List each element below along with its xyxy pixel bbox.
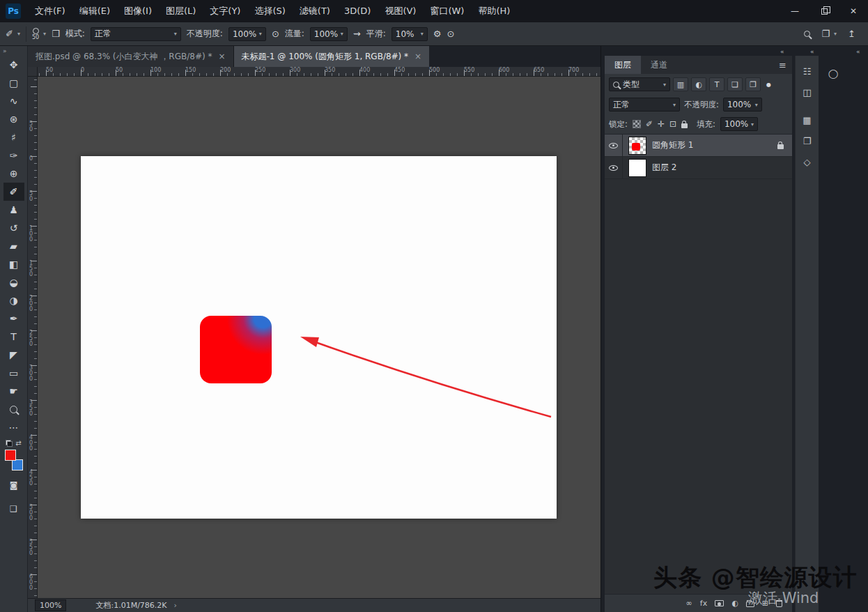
tab-layers[interactable]: 图层 xyxy=(605,56,641,74)
gradient-tool[interactable]: ◧ xyxy=(3,255,24,273)
pressure-size-button[interactable]: ⊙ xyxy=(447,29,454,38)
search-icon[interactable] xyxy=(804,31,810,37)
toolbar-collapse-chevron[interactable]: » xyxy=(0,46,10,56)
tab-channels[interactable]: 通道 xyxy=(641,56,677,74)
more-tools-button[interactable]: ⋯ xyxy=(3,418,24,436)
layer-opacity-select[interactable]: 100% ▾ xyxy=(723,98,762,112)
swap-colors-icon[interactable]: ⇄ xyxy=(15,439,21,447)
layer-row-layer2[interactable]: 图层 2 xyxy=(605,157,792,179)
lock-position-button[interactable]: ✛ xyxy=(658,119,665,129)
menu-select[interactable]: 选择(S) xyxy=(247,0,292,22)
lasso-tool[interactable]: ∿ xyxy=(3,92,24,110)
visibility-toggle[interactable] xyxy=(605,157,623,179)
lock-transparent-pixels-button[interactable] xyxy=(633,120,641,128)
eraser-tool[interactable]: ▰ xyxy=(3,237,24,255)
document-canvas[interactable] xyxy=(81,156,557,519)
filter-pixel-layers-button[interactable]: ▥ xyxy=(673,77,688,91)
menu-filter[interactable]: 滤镜(T) xyxy=(293,0,337,22)
properties-panel-icon[interactable]: ◫ xyxy=(799,84,816,100)
pen-tool[interactable]: ✒ xyxy=(3,309,24,328)
quick-mask-button[interactable]: ◙ xyxy=(3,476,24,494)
add-mask-button[interactable] xyxy=(715,600,724,606)
swatches-panel-icon[interactable]: ▦ xyxy=(799,112,816,128)
dock-collapse-chevron[interactable]: « xyxy=(780,48,784,55)
layer-thumbnail[interactable] xyxy=(628,159,646,177)
minimize-button[interactable]: — xyxy=(780,0,809,22)
screen-mode-button[interactable]: ❑ xyxy=(3,500,24,518)
close-tab-icon[interactable]: × xyxy=(414,52,421,61)
lock-all-button[interactable] xyxy=(681,123,688,128)
background-color-swatch[interactable] xyxy=(12,459,23,471)
zoom-level-field[interactable]: 100% xyxy=(35,599,66,611)
filter-type-select[interactable]: 类型 ▾ xyxy=(609,77,670,91)
menu-view[interactable]: 视图(V) xyxy=(378,0,423,22)
layer-name[interactable]: 圆角矩形 1 xyxy=(652,139,772,151)
layer-row-rounded-rect[interactable]: 圆角矩形 1 xyxy=(605,135,792,157)
eyedropper-tool[interactable]: ✑ xyxy=(3,146,24,165)
rectangular-marquee-tool[interactable]: ▢ xyxy=(3,74,24,92)
visibility-toggle[interactable] xyxy=(605,135,623,157)
fill-select[interactable]: 100% ▾ xyxy=(720,117,758,131)
mode-select[interactable]: 正常 ▾ xyxy=(91,27,181,41)
blend-mode-select[interactable]: 正常 ▾ xyxy=(609,98,680,112)
close-button[interactable]: ✕ xyxy=(839,0,868,22)
restore-button[interactable] xyxy=(809,0,839,22)
move-tool[interactable]: ✥ xyxy=(3,56,24,74)
airbrush-button[interactable]: ⇝ xyxy=(353,29,361,38)
quick-selection-tool[interactable]: ⊛ xyxy=(3,110,24,128)
menu-image[interactable]: 图像(I) xyxy=(117,0,159,22)
type-tool[interactable]: T xyxy=(3,328,24,346)
history-brush-tool[interactable]: ↺ xyxy=(3,219,24,237)
menu-help[interactable]: 帮助(H) xyxy=(471,0,517,22)
filter-shape-layers-button[interactable]: ❏ xyxy=(727,77,743,91)
lock-artboard-button[interactable]: ⊡ xyxy=(669,119,676,129)
layer-thumbnail[interactable] xyxy=(628,137,646,155)
panel-menu-icon[interactable]: ≡ xyxy=(779,60,786,70)
path-selection-tool[interactable]: ◤ xyxy=(3,346,24,364)
menu-layer[interactable]: 图层(L) xyxy=(159,0,203,22)
blur-tool[interactable]: ◒ xyxy=(3,273,24,291)
menu-window[interactable]: 窗口(W) xyxy=(423,0,471,22)
dodge-tool[interactable]: ◑ xyxy=(3,291,24,309)
clone-stamp-tool[interactable]: ♟ xyxy=(3,201,24,219)
zoom-tool[interactable] xyxy=(3,400,24,418)
brush-preset-picker[interactable]: 50 ▾ xyxy=(32,28,46,40)
foreground-color-swatch[interactable] xyxy=(5,450,16,461)
brush-tool[interactable]: ✐ xyxy=(3,183,24,201)
menu-file[interactable]: 文件(F) xyxy=(28,0,72,22)
menu-edit[interactable]: 编辑(E) xyxy=(72,0,117,22)
link-layers-button[interactable]: ∞ xyxy=(686,599,692,608)
toggle-brush-panel-button[interactable]: ❒ xyxy=(52,29,60,38)
opacity-select[interactable]: 100% ▾ xyxy=(228,27,266,41)
libraries-panel-icon[interactable]: ❐ xyxy=(799,132,816,149)
filter-smart-objects-button[interactable]: ❐ xyxy=(745,77,761,91)
adjustment-layer-button[interactable]: ◐ xyxy=(731,599,738,608)
color-panel-icon[interactable]: ☷ xyxy=(799,63,816,79)
collapsed-panel-icon[interactable]: ◯ xyxy=(823,63,844,84)
filter-toggle-icon[interactable]: ● xyxy=(766,82,771,88)
share-icon[interactable]: ↥ xyxy=(848,29,855,38)
chevron-right-icon[interactable]: › xyxy=(174,601,177,610)
document-tab-untitled[interactable]: 未标题-1 @ 100% (圆角矩形 1, RGB/8#) * × xyxy=(234,46,430,67)
menu-type[interactable]: 文字(Y) xyxy=(203,0,247,22)
dock-collapse-chevron[interactable]: « xyxy=(810,48,814,55)
menu-3d[interactable]: 3D(D) xyxy=(337,0,378,22)
pressure-opacity-button[interactable]: ⊙ xyxy=(272,29,279,38)
document-tab-koutu[interactable]: 抠图.psd @ 68.3% (小白变大神 ，RGB/8#) * × xyxy=(28,46,234,67)
layer-name[interactable]: 图层 2 xyxy=(652,162,786,174)
tool-preset-picker[interactable]: ✐ ▾ xyxy=(6,29,20,38)
document-info[interactable]: 文档:1.01M/786.2K › xyxy=(95,600,177,611)
layer-style-button[interactable]: fx xyxy=(700,599,707,608)
lock-image-pixels-button[interactable]: ✐ xyxy=(646,119,653,129)
spot-healing-brush-tool[interactable]: ⊕ xyxy=(3,165,24,183)
close-tab-icon[interactable]: × xyxy=(218,52,225,61)
hand-tool[interactable]: ☛ xyxy=(3,382,24,400)
rectangle-tool[interactable]: ▭ xyxy=(3,364,24,382)
dock-collapse-chevron[interactable]: « xyxy=(856,48,860,55)
default-colors-icon[interactable] xyxy=(6,440,13,447)
filter-adjustment-layers-button[interactable]: ◐ xyxy=(691,77,706,91)
smoothing-select[interactable]: 10% ▾ xyxy=(392,27,428,41)
canvas-viewport[interactable] xyxy=(38,77,600,598)
flow-select[interactable]: 100% ▾ xyxy=(310,27,348,41)
crop-tool[interactable]: ♯ xyxy=(3,128,24,146)
